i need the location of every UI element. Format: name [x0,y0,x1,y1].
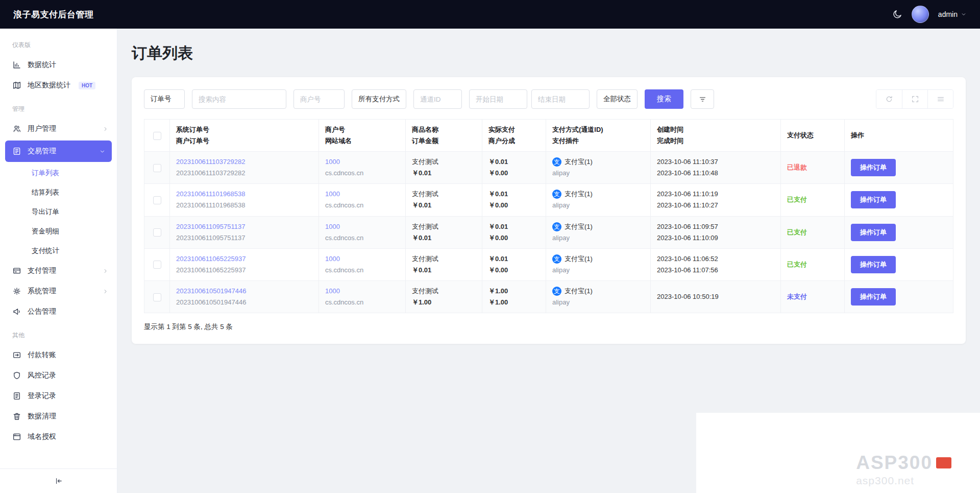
shield-icon [12,371,21,380]
fullscreen-icon [911,95,919,103]
sidebar-subitem-order-list[interactable]: 订单列表 [0,163,117,183]
sidebar-item-label: 公告管理 [28,307,56,316]
alipay-icon: 支 [552,222,561,231]
channel-input[interactable] [413,89,462,109]
sidebar-item-risk-records[interactable]: 风控记录 [0,365,117,386]
merchant-share: ￥0.00 [488,200,540,211]
actual-amount: ￥1.00 [488,286,540,297]
start-date-input[interactable] [469,89,527,109]
hot-badge: HOT [79,82,95,89]
chevron-right-icon [102,126,109,132]
columns-button[interactable] [927,90,953,108]
merchant-share: ￥0.00 [488,232,540,244]
sidebar-item-label: 登录记录 [28,391,56,401]
completed-time: 2023-10-06 11:10:27 [657,200,774,211]
row-checkbox[interactable] [153,261,161,269]
sidebar-item-system-management[interactable]: 系统管理 [0,281,117,301]
column-header-merchant: 商户号 网站域名 [319,120,406,152]
fullscreen-button[interactable] [902,90,927,108]
merchant-input[interactable] [293,89,345,109]
top-navbar: 浪子易支付后台管理 admin [0,0,980,29]
system-order-no-link[interactable]: 2023100611101968538 [176,189,312,200]
sidebar-subitem-payment-stats[interactable]: 支付统计 [0,241,117,261]
sidebar-item-label: 用户管理 [28,124,56,133]
row-checkbox[interactable] [153,196,161,204]
select-all-checkbox[interactable] [153,132,161,140]
filter-toggle-button[interactable] [691,89,714,109]
sidebar-section-label: 其他 [0,322,117,345]
product-name: 支付测试 [412,189,476,200]
sidebar-subitem-fund-details[interactable]: 资金明细 [0,222,117,241]
sidebar-item-login-records[interactable]: 登录记录 [0,386,117,406]
sidebar-item-payment-transfer[interactable]: 付款转账 [0,345,117,365]
sidebar-subitem-settlement-list[interactable]: 结算列表 [0,183,117,202]
filter-icon [698,95,707,104]
sidebar-item-data-stats[interactable]: 数据统计 [0,55,117,75]
sidebar-item-data-cleanup[interactable]: 数据清理 [0,406,117,427]
order-amount: ￥1.00 [412,297,476,308]
filter-toolbar: 订单号 所有支付方式 全部状态 搜索 [144,89,953,109]
sidebar-subitem-export-orders[interactable]: 导出订单 [0,202,117,222]
header-line: 支付状态 [787,130,838,141]
transfer-icon [12,350,21,360]
order-action-button[interactable]: 操作订单 [851,191,896,208]
pay-method-select-value: 所有支付方式 [358,95,400,104]
sidebar-item-region-stats[interactable]: 地区数据统计 HOT [0,75,117,96]
created-time: 2023-10-06 11:09:57 [657,221,774,232]
orders-table: 系统订单号 商户订单号 商户号 网站域名 商品名称 订单金额 实际支付 商户分成 [144,119,953,313]
system-order-no-link[interactable]: 2023100611095751137 [176,221,312,232]
merchant-id-link[interactable]: 1000 [325,189,399,200]
order-field-select[interactable]: 订单号 [144,89,185,109]
pay-method-select[interactable]: 所有支付方式 [352,89,406,109]
collapse-sidebar-icon [54,477,63,485]
merchant-id-link[interactable]: 1000 [325,221,399,232]
merchant-id-link[interactable]: 1000 [325,253,399,265]
user-avatar[interactable] [912,6,929,23]
system-order-no-link[interactable]: 2023100611065225937 [176,253,312,265]
row-checkbox[interactable] [153,164,161,172]
table-header-row: 系统订单号 商户订单号 商户号 网站域名 商品名称 订单金额 实际支付 商户分成 [144,120,953,152]
sidebar-item-label: 付款转账 [28,350,56,360]
pay-method: 支付宝(1) [565,156,593,168]
sidebar-collapse-button[interactable] [0,468,117,493]
search-button[interactable]: 搜索 [645,89,683,109]
theme-toggle-button[interactable] [892,9,902,19]
sidebar-item-payment-management[interactable]: 支付管理 [0,261,117,281]
order-amount: ￥0.01 [412,265,476,276]
merchant-id-link[interactable]: 1000 [325,286,399,297]
column-header-pay-method: 支付方式(通道ID) 支付插件 [546,120,651,152]
row-checkbox[interactable] [153,228,161,237]
sidebar-section-label: 仪表版 [0,32,117,55]
table-row: 2023100611095751137 2023100611095751137 … [144,216,953,248]
order-field-select-value: 订单号 [151,95,172,104]
merchant-id-link[interactable]: 1000 [325,156,399,168]
system-order-no-link[interactable]: 2023100611103729282 [176,156,312,168]
sidebar-item-announcement-management[interactable]: 公告管理 [0,301,117,322]
order-list-card: 订单号 所有支付方式 全部状态 搜索 [132,77,966,344]
site-domain: cs.cdncos.cn [325,232,399,244]
order-action-button[interactable]: 操作订单 [851,256,896,273]
row-checkbox[interactable] [153,293,161,301]
sidebar-item-label: 地区数据统计 [28,81,70,90]
gear-icon [12,287,21,296]
order-action-button[interactable]: 操作订单 [851,159,896,176]
subitem-label: 订单列表 [32,169,59,178]
order-action-button[interactable]: 操作订单 [851,224,896,241]
sidebar-section-label: 管理 [0,96,117,119]
sidebar-item-user-management[interactable]: 用户管理 [0,119,117,139]
map-icon [12,81,21,90]
search-input[interactable] [192,89,286,109]
header-line: 网站域名 [325,135,399,147]
sidebar-item-domain-authorization[interactable]: 域名授权 [0,427,117,447]
system-order-no-link[interactable]: 2023100610501947446 [176,286,312,297]
order-action-button[interactable]: 操作订单 [851,288,896,306]
trash-icon [12,412,21,421]
end-date-input[interactable] [531,89,590,109]
refresh-button[interactable] [876,90,902,108]
header-line: 创建时间 [657,124,774,135]
created-time: 2023-10-06 11:06:52 [657,253,774,265]
status-select[interactable]: 全部状态 [597,89,638,109]
user-menu[interactable]: admin [938,10,967,18]
alipay-icon: 支 [552,287,561,296]
sidebar-item-transaction-management[interactable]: 交易管理 [5,140,112,162]
